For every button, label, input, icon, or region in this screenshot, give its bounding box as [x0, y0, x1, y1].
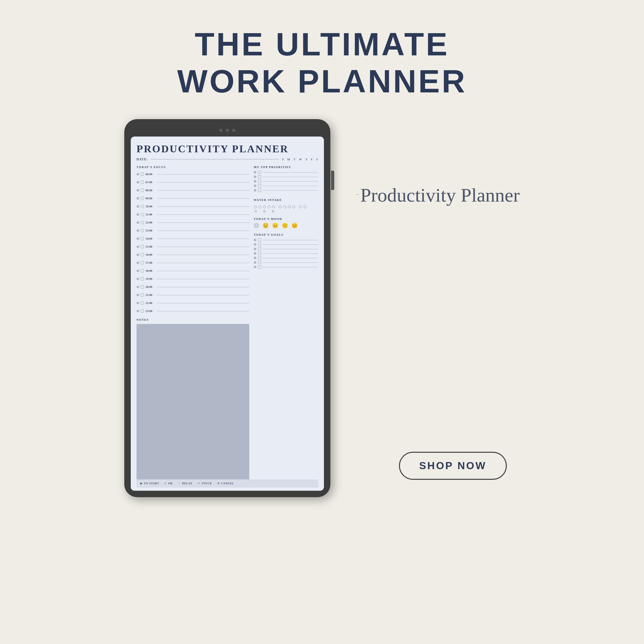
water-drops-row: ◇ ◇ ◇ ◇ ◇ ◇ ◇ ◇ ◇ — [254, 204, 318, 209]
goal-row — [254, 247, 318, 251]
priority-checkbox[interactable] — [258, 175, 261, 178]
drop-icon[interactable]: ◇ — [272, 204, 275, 209]
row-checkbox[interactable] — [141, 173, 144, 176]
mood-very-sad[interactable]: ☹ — [254, 223, 259, 229]
row-checkbox[interactable] — [141, 245, 144, 248]
mood-sad[interactable]: 😟 — [262, 223, 269, 229]
drop-icon[interactable]: ◇ — [303, 204, 307, 209]
camera-dot-3 — [232, 129, 235, 132]
row-checkbox[interactable] — [141, 301, 144, 305]
row-line — [157, 182, 249, 183]
drop-icon[interactable]: ◇ — [263, 204, 266, 209]
time-label: 16:00 — [146, 253, 155, 256]
row-checkbox[interactable] — [141, 213, 144, 216]
row-checkbox[interactable] — [141, 293, 144, 297]
status-to-start: ▶ TO START — [140, 482, 159, 485]
row-checkbox[interactable] — [141, 269, 144, 272]
row-line — [157, 295, 249, 295]
goals-label: TODAY'S GOALS — [254, 233, 318, 236]
priority-checkbox[interactable] — [258, 189, 261, 192]
time-row: 14:00 — [137, 235, 249, 242]
goal-line — [263, 267, 318, 267]
stuck-label: STUCK — [202, 482, 212, 485]
priorities-label: MY TOP PRIORITIES — [254, 166, 318, 169]
row-line — [157, 239, 249, 239]
row-checkbox[interactable] — [141, 181, 144, 184]
goal-line — [263, 244, 318, 245]
row-checkbox[interactable] — [141, 189, 144, 192]
water-labels: 1L 2L 3L — [254, 210, 318, 213]
drop-icon[interactable]: ◇ — [288, 204, 291, 209]
row-checkbox[interactable] — [141, 221, 144, 224]
priority-dot — [254, 180, 256, 183]
delay-icon: → — [178, 482, 181, 485]
goal-checkbox[interactable] — [258, 252, 261, 255]
priority-line — [263, 172, 318, 173]
time-label: 14:00 — [146, 237, 155, 240]
goal-line — [263, 240, 318, 240]
date-label: DATE: — [137, 157, 148, 161]
time-label: 11:00 — [146, 213, 155, 216]
goal-checkbox[interactable] — [258, 247, 261, 251]
row-checkbox[interactable] — [141, 261, 144, 264]
drop-icon[interactable]: ◇ — [258, 204, 262, 209]
row-dot — [137, 213, 139, 216]
row-checkbox[interactable] — [141, 277, 144, 280]
row-line — [157, 206, 249, 207]
row-checkbox[interactable] — [141, 229, 144, 232]
row-line — [157, 198, 249, 199]
priority-checkbox[interactable] — [258, 171, 261, 174]
goal-dot — [254, 252, 256, 255]
row-checkbox[interactable] — [141, 237, 144, 240]
content-area: PRODUCTIVITY PLANNER DATE: S M T W T F S — [0, 119, 644, 506]
row-dot — [137, 173, 139, 175]
goal-row — [254, 238, 318, 241]
drop-icon[interactable]: ◇ — [292, 204, 296, 209]
goal-line — [263, 253, 318, 254]
drop-icon[interactable]: ◇ — [299, 204, 302, 209]
time-label: 22:00 — [146, 301, 155, 305]
ok-icon: ✓ — [164, 482, 167, 485]
row-dot — [137, 189, 139, 192]
priority-checkbox[interactable] — [258, 180, 261, 183]
drop-icon[interactable]: ◇ — [283, 204, 287, 209]
shop-now-button[interactable]: SHOP NOW — [399, 452, 507, 480]
goal-checkbox[interactable] — [258, 238, 261, 241]
time-row: 09:00 — [137, 195, 249, 202]
goal-checkbox[interactable] — [258, 265, 261, 269]
mood-label: TODAY'S MOOD — [254, 217, 318, 221]
goal-dot — [254, 257, 256, 259]
time-row: 06:00 — [137, 171, 249, 178]
time-row: 13:00 — [137, 227, 249, 234]
time-row: 15:00 — [137, 243, 249, 250]
drop-icon[interactable]: ◇ — [267, 204, 271, 209]
row-dot — [137, 229, 139, 232]
row-checkbox[interactable] — [141, 285, 144, 289]
drop-icon[interactable]: ◇ — [279, 204, 282, 209]
goal-checkbox[interactable] — [258, 261, 261, 264]
ok-label: OK — [168, 482, 173, 485]
goal-dot — [254, 243, 256, 246]
row-checkbox[interactable] — [141, 205, 144, 208]
row-checkbox[interactable] — [141, 253, 144, 256]
goal-checkbox[interactable] — [258, 256, 261, 260]
priority-checkbox[interactable] — [258, 184, 261, 187]
cancel-label: CANCEL — [221, 482, 234, 485]
priority-row — [254, 184, 318, 187]
drop-icon[interactable]: ◇ — [254, 204, 257, 209]
priority-row — [254, 189, 318, 192]
row-line — [157, 279, 249, 279]
priority-line — [263, 190, 318, 191]
row-checkbox[interactable] — [141, 197, 144, 200]
mood-very-happy[interactable]: 😊 — [291, 223, 298, 229]
mood-neutral[interactable]: 😐 — [272, 223, 279, 229]
status-bar: ▶ TO START ✓ OK → DELAY ✓ — [137, 479, 318, 488]
time-row: 16:00 — [137, 251, 249, 258]
goal-row — [254, 243, 318, 246]
goal-line — [263, 258, 318, 258]
row-checkbox[interactable] — [141, 309, 144, 313]
mood-happy[interactable]: 🙂 — [282, 223, 288, 229]
date-row: DATE: S M T W T F S — [137, 157, 318, 161]
row-dot — [137, 245, 139, 248]
goal-checkbox[interactable] — [258, 243, 261, 246]
